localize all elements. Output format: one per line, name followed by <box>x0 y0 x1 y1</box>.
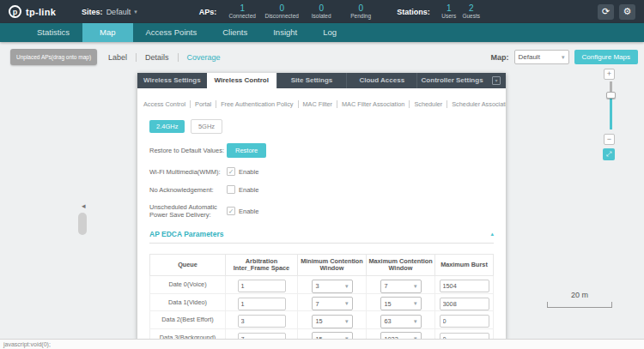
unplaced-aps-button[interactable]: Unplaced APs(drag onto map) <box>10 49 97 65</box>
page: p tp-link Sites: Default ▾ APs: 1 Connec… <box>0 0 644 349</box>
tab-controller-settings[interactable]: Controller Settings <box>416 73 487 88</box>
ap-edca-section: AP EDCA Parameters ▴ <box>149 230 494 244</box>
table-header-row: Queue Arbitration Inter_Frame Space Mini… <box>150 255 494 276</box>
no-ack-label: No Acknowledgement: <box>149 186 227 194</box>
nav-item-insight[interactable]: Insight <box>260 23 310 42</box>
band-tab-5ghz[interactable]: 5GHz <box>191 119 222 134</box>
drag-handle[interactable] <box>78 213 87 235</box>
col-min-cw: Minimum Contention Window <box>298 255 367 276</box>
stat-users[interactable]: 1 Users <box>439 4 459 20</box>
fullscreen-button[interactable]: ⤢ <box>603 148 615 160</box>
no-ack-checkbox[interactable] <box>227 185 235 194</box>
settings-button[interactable]: ⚙ <box>619 4 635 20</box>
nav-item-map[interactable]: Map <box>82 23 132 42</box>
view-link-details[interactable]: Details <box>137 53 179 62</box>
configure-maps-button[interactable]: Configure Maps <box>574 50 638 64</box>
max-burst-input[interactable] <box>440 315 489 328</box>
subnav-scheduler-association[interactable]: Scheduler Association <box>447 100 506 108</box>
nav-item-log[interactable]: Log <box>310 23 349 42</box>
stat-users-label: Users <box>439 13 459 20</box>
subnav-access-control[interactable]: Access Control <box>139 100 191 108</box>
site-value: Default <box>106 8 131 16</box>
chevron-down-icon: ▾ <box>345 318 349 325</box>
stat-isolated[interactable]: 0 Isolated <box>304 4 338 20</box>
view-link-label[interactable]: Label <box>100 53 137 62</box>
zoom-slider-handle[interactable] <box>606 92 616 99</box>
max-burst-input[interactable] <box>440 280 489 292</box>
tab-site-settings[interactable]: Site Settings <box>276 73 347 88</box>
stat-pending[interactable]: 0 Pending <box>343 4 378 20</box>
divider <box>149 243 494 244</box>
stat-disconnected-label: Disconnected <box>264 13 299 20</box>
view-link-coverage[interactable]: Coverage <box>179 53 229 62</box>
min-cw-select[interactable]: 3▾ <box>312 280 353 293</box>
stations-label: Stations: <box>397 8 430 16</box>
tab-cloud-access[interactable]: Cloud Access <box>346 73 416 88</box>
minimize-icon: ▾ <box>492 76 501 85</box>
sites-selector[interactable]: Sites: Default ▾ <box>82 8 137 16</box>
chevron-down-icon: ▾ <box>562 54 565 61</box>
refresh-button[interactable]: ⟳ <box>598 4 614 20</box>
panel-collapse-arrow[interactable]: ◂ <box>82 202 86 210</box>
min-cw-value: 15 <box>316 317 323 325</box>
panel-minimize-widget[interactable]: ▾ <box>487 73 506 88</box>
chevron-down-icon: ▾ <box>414 283 417 290</box>
stat-isolated-label: Isolated <box>304 13 338 20</box>
max-cw-value: 63 <box>385 317 392 325</box>
restore-row: Restore to Default Values: Restore <box>149 143 506 158</box>
tab-wireless-control[interactable]: Wireless Control <box>207 73 276 88</box>
upsd-label: Unscheduled Automatic Power Save Deliver… <box>149 203 227 219</box>
max-cw-select[interactable]: 7▾ <box>380 280 422 293</box>
zoom-in-button[interactable]: + <box>604 69 615 80</box>
map-scale-bar <box>547 302 612 308</box>
ap-edca-header[interactable]: AP EDCA Parameters ▴ <box>149 230 494 238</box>
chevron-down-icon: ▾ <box>414 318 417 325</box>
tplink-logo: p tp-link <box>9 5 56 18</box>
min-cw-select[interactable]: 7▾ <box>312 297 353 310</box>
ap-edca-table: Queue Arbitration Inter_Frame Space Mini… <box>149 254 494 340</box>
nav-item-statistics[interactable]: Statistics <box>24 23 82 42</box>
tab-wireless-settings[interactable]: Wireless Settings <box>137 73 207 88</box>
map-select[interactable]: Default ▾ <box>514 50 569 64</box>
table-row: Date 0(Voice) 3▾ 7▾ <box>150 276 494 294</box>
max-burst-input[interactable] <box>440 298 489 310</box>
map-view-links: Label Details Coverage <box>100 53 229 62</box>
subnav-mac-filter[interactable]: MAC Filter <box>299 100 337 108</box>
max-cw-select[interactable]: 63▾ <box>380 315 422 328</box>
col-max-burst: Maximum Burst <box>435 255 494 276</box>
stat-guests[interactable]: 2 Guests <box>461 4 482 20</box>
subnav-scheduler[interactable]: Scheduler <box>410 100 447 108</box>
aifs-input[interactable] <box>238 315 286 328</box>
queue-label: Date 0(Voice) <box>150 276 226 294</box>
stat-connected[interactable]: 1 Connected <box>225 4 259 20</box>
zoom-out-button[interactable]: − <box>604 134 615 145</box>
zoom-slider-track-lower[interactable] <box>610 95 612 129</box>
nav-item-access-points[interactable]: Access Points <box>133 23 210 42</box>
chevron-down-icon: ▾ <box>414 300 417 307</box>
restore-button[interactable]: Restore <box>227 143 266 158</box>
map-controls: Map: Default ▾ Configure Maps <box>491 50 638 64</box>
max-cw-select[interactable]: 15▾ <box>380 297 422 310</box>
stations-stats-group: Stations: 1 Users 2 Guests <box>397 4 483 20</box>
min-cw-value: 7 <box>316 300 319 308</box>
subnav-portal[interactable]: Portal <box>191 100 216 108</box>
min-cw-select[interactable]: 15▾ <box>312 315 353 328</box>
sites-label: Sites: <box>82 8 103 16</box>
stat-pending-value: 0 <box>343 4 378 13</box>
aifs-input[interactable] <box>238 280 286 292</box>
band-tab-24ghz[interactable]: 2.4GHz <box>149 120 185 133</box>
map-content-area: Unplaced APs(drag onto map) Label Detail… <box>0 42 644 339</box>
subnav-mac-filter-association[interactable]: MAC Filter Association <box>337 100 410 108</box>
stat-disconnected[interactable]: 0 Disconnected <box>264 4 299 20</box>
nav-item-clients[interactable]: Clients <box>210 23 260 42</box>
gear-icon: ⚙ <box>623 6 632 17</box>
chevron-down-icon: ▾ <box>134 9 137 15</box>
wmm-checkbox[interactable]: ✓ <box>227 167 235 176</box>
upsd-checkbox[interactable]: ✓ <box>227 207 235 215</box>
header-actions: ⟳ ⚙ <box>598 4 635 20</box>
subnav-free-auth-policy[interactable]: Free Authentication Policy <box>216 100 298 108</box>
aifs-input[interactable] <box>238 298 286 310</box>
no-ack-enable-label: Enable <box>239 186 258 194</box>
wmm-enable-label: Enable <box>239 168 258 176</box>
min-cw-value: 3 <box>316 282 319 290</box>
